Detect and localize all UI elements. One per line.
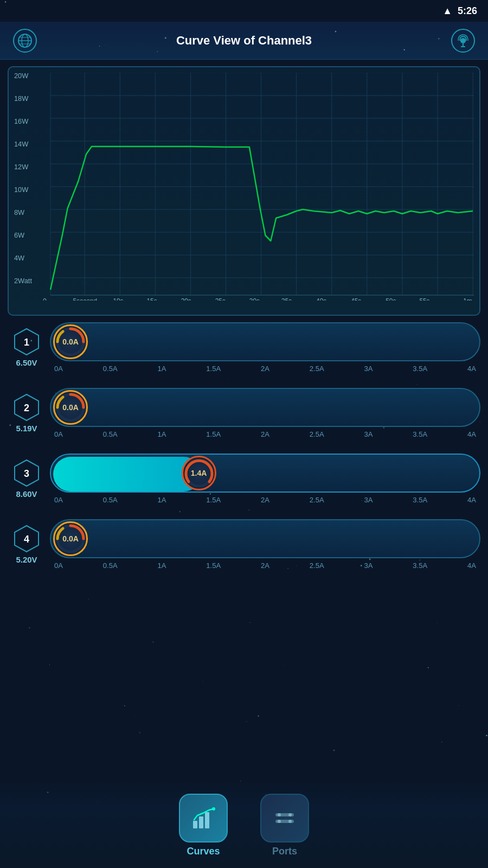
channel-4-bar-bg: 0.0A	[50, 519, 480, 558]
channel-2-row: 2 5.19V 0.0A 0A 0.5A 1A 1.5A	[8, 388, 480, 438]
svg-point-70	[212, 807, 215, 810]
svg-text:3: 3	[24, 468, 29, 479]
channel-3-bar-fill	[53, 457, 201, 492]
channel-4-scale: 0A 0.5A 1A 1.5A 2A 2.5A 3A 3.5A 4A	[50, 559, 480, 570]
svg-text:45s: 45s	[351, 297, 361, 301]
svg-text:5second: 5second	[73, 297, 97, 301]
channel-3-label: 3 8.60V	[8, 459, 46, 499]
svg-text:10W: 10W	[14, 186, 29, 194]
svg-point-73	[278, 813, 281, 816]
nav-ports[interactable]: Ports	[260, 794, 309, 857]
channel-1-bar-wrapper: 0.0A 0A 0.5A 1A 1.5A 2A 2.5A 3A 3.5A 4A	[50, 322, 480, 373]
svg-rect-67	[193, 821, 197, 828]
channel-1-voltage: 6.50V	[16, 358, 37, 367]
channel-3-bar-wrapper: 1.4A 0A 0.5A 1A 1.5A 2A 2.5A 3A 3.5A 4A	[50, 454, 480, 504]
channel-4-row: 4 5.20V 0.0A 0A 0.5A 1A 1.5A	[8, 519, 480, 570]
svg-text:18W: 18W	[14, 94, 29, 103]
nav-curves[interactable]: Curves	[179, 794, 228, 857]
channel-2-voltage: 5.19V	[16, 424, 37, 433]
svg-point-5	[460, 38, 466, 43]
channel-3-voltage: 8.60V	[16, 489, 37, 499]
channel-2-bar-bg: 0.0A	[50, 388, 480, 427]
ports-label: Ports	[272, 846, 297, 857]
svg-text:15s: 15s	[147, 297, 157, 301]
svg-point-76	[288, 820, 292, 823]
svg-text:8W: 8W	[14, 208, 25, 216]
channel-3-bar-bg: 1.4A	[50, 454, 480, 493]
curves-label: Curves	[187, 846, 220, 857]
channel-1-bar-bg: 0.0A	[50, 322, 480, 361]
svg-text:2: 2	[24, 403, 29, 413]
channel-2-bar-wrapper: 0.0A 0A 0.5A 1A 1.5A 2A 2.5A 3A 3.5A 4A	[50, 388, 480, 438]
channel-3-scale: 0A 0.5A 1A 1.5A 2A 2.5A 3A 3.5A 4A	[50, 494, 480, 504]
svg-text:4W: 4W	[14, 254, 25, 262]
svg-rect-69	[205, 812, 209, 828]
status-time: 5:26	[458, 5, 477, 17]
chart-icon	[191, 806, 216, 831]
page-title: Curve View of Channel3	[176, 34, 312, 48]
svg-text:10s: 10s	[113, 297, 123, 301]
wifi-icon: ▲	[442, 5, 452, 17]
ports-icon	[272, 806, 297, 831]
ports-icon-bg	[260, 794, 309, 843]
channel-1-scale: 0A 0.5A 1A 1.5A 2A 2.5A 3A 3.5A 4A	[50, 362, 480, 373]
svg-text:6W: 6W	[14, 231, 25, 239]
channel-2-indicator: 0.0A	[53, 390, 88, 425]
header: Curve View of Channel3	[0, 22, 488, 60]
channel-1-row: 1 6.50V 0.0A 0A 0.5A 1A 1.5A	[8, 322, 480, 373]
svg-text:25s: 25s	[215, 297, 226, 301]
svg-point-75	[278, 820, 281, 823]
svg-rect-68	[199, 816, 203, 828]
channel-1-label: 1 6.50V	[8, 328, 46, 367]
channel-4-voltage: 5.20V	[16, 555, 37, 564]
power-chart: 20W 18W 16W 14W 12W 10W 8W 6W 4W 2Watt	[14, 73, 474, 301]
channel-2-label: 2 5.19V	[8, 393, 46, 433]
podcast-icon[interactable]	[451, 29, 475, 53]
channel-2-scale: 0A 0.5A 1A 1.5A 2A 2.5A 3A 3.5A 4A	[50, 428, 480, 438]
bottom-nav: Curves Ports	[0, 781, 488, 868]
channel-3-hex: 3	[12, 459, 41, 487]
svg-text:20W: 20W	[14, 73, 29, 80]
channel-3-indicator: 1.4A	[182, 456, 216, 490]
svg-text:40s: 40s	[316, 297, 326, 301]
svg-text:20s: 20s	[181, 297, 191, 301]
channel-4-indicator: 0.0A	[53, 521, 88, 556]
curves-icon-bg	[179, 794, 228, 843]
svg-text:0: 0	[43, 297, 47, 301]
channel-1-hex: 1	[12, 328, 41, 356]
svg-text:30s: 30s	[249, 297, 260, 301]
channel-4-label: 4 5.20V	[8, 525, 46, 564]
svg-text:12W: 12W	[14, 163, 29, 171]
svg-text:2Watt: 2Watt	[14, 277, 32, 285]
channel-2-hex: 2	[12, 393, 41, 422]
svg-point-74	[288, 813, 292, 816]
svg-text:4: 4	[24, 534, 29, 545]
channel-4-hex: 4	[12, 525, 41, 553]
svg-rect-18	[50, 73, 474, 295]
channels-section: 1 6.50V 0.0A 0A 0.5A 1A 1.5A	[0, 322, 488, 570]
channel-4-bar-wrapper: 0.0A 0A 0.5A 1A 1.5A 2A 2.5A 3A 3.5A 4A	[50, 519, 480, 570]
svg-text:1m: 1m	[463, 297, 472, 301]
svg-text:35s: 35s	[281, 297, 292, 301]
status-bar: ▲ 5:26	[0, 0, 488, 22]
chart-inner: 20W 18W 16W 14W 12W 10W 8W 6W 4W 2Watt	[14, 73, 474, 301]
svg-text:1: 1	[24, 337, 29, 348]
svg-text:50s: 50s	[386, 297, 396, 301]
chart-container: 20W 18W 16W 14W 12W 10W 8W 6W 4W 2Watt	[8, 66, 480, 316]
svg-text:16W: 16W	[14, 117, 29, 125]
svg-text:14W: 14W	[14, 140, 29, 148]
svg-text:55s: 55s	[419, 297, 429, 301]
globe-icon[interactable]	[13, 29, 37, 53]
channel-3-row: 3 8.60V 1.4A 0A 0.5A 1A 1.5A 2A	[8, 454, 480, 504]
channel-1-indicator: 0.0A	[53, 324, 88, 359]
